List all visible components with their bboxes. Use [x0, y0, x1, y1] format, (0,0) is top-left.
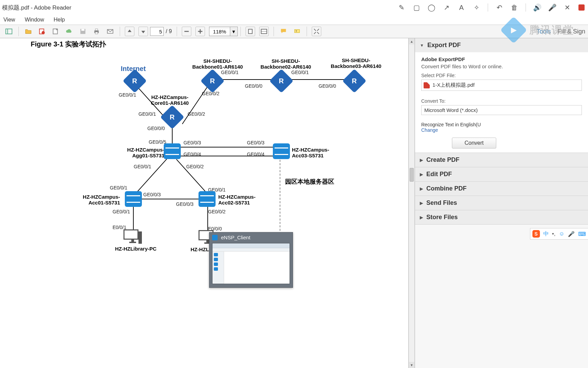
vertical-scrollbar[interactable]: ▲ ▼ — [409, 38, 415, 368]
page-number-input[interactable] — [150, 27, 164, 36]
menu-window[interactable]: Window — [25, 17, 44, 23]
email-button[interactable] — [105, 27, 115, 36]
store-files-header[interactable]: ▶Store Files — [415, 210, 588, 224]
zoom-in-button[interactable] — [195, 27, 205, 36]
separator — [177, 27, 177, 36]
zoom-out-button[interactable] — [182, 27, 191, 36]
edit-pdf-label: Edit PDF — [426, 171, 452, 178]
arrow-icon[interactable]: ↗ — [443, 4, 450, 11]
link — [180, 156, 273, 156]
label-agg: HZ-HZCampus- Agg01-S5731 — [117, 147, 164, 159]
menu-help[interactable]: Help — [54, 17, 65, 23]
selected-file-row[interactable]: 1-X上机模拟题.pdf — [421, 80, 582, 91]
send-files-header[interactable]: ▶Send Files — [415, 196, 588, 210]
port: GE0/0/1 — [110, 185, 127, 190]
square-icon[interactable]: ▢ — [413, 4, 420, 11]
circle-icon[interactable]: ◯ — [428, 4, 435, 11]
emoji-icon[interactable]: ☺ — [559, 231, 564, 237]
sogou-icon[interactable]: S — [532, 230, 540, 238]
create-pdf-button[interactable] — [37, 27, 47, 36]
tools-panel: ▼Export PDF Adobe ExportPDF Convert PDF … — [415, 38, 588, 368]
pdf-page[interactable]: Figure 3-1 实验考试拓扑 Internet SH-SHEDU- Bac… — [0, 38, 409, 368]
port: GE0/0/1 — [291, 70, 309, 75]
label-bb1: SH-SHEDU- Backbone01-AR6140 — [187, 58, 248, 70]
svg-point-3 — [42, 31, 45, 34]
page-up-button[interactable] — [125, 27, 134, 36]
wand-icon[interactable]: ✧ — [473, 4, 480, 11]
taskbar-preview[interactable]: eNSP_Client — [209, 232, 293, 288]
text-icon[interactable]: A — [458, 4, 465, 11]
print-button[interactable] — [92, 27, 101, 36]
open-button[interactable] — [24, 27, 33, 36]
save-button[interactable] — [78, 27, 88, 36]
mic-muted-icon[interactable]: 🎤 — [548, 4, 556, 11]
record-icon[interactable] — [578, 4, 585, 11]
svg-rect-14 — [248, 29, 252, 34]
combine-pdf-label: Combine PDF — [426, 185, 467, 192]
link — [142, 199, 200, 199]
menu-view[interactable]: View — [3, 17, 15, 23]
convert-to-select[interactable]: Microsoft Word (*.docx) — [421, 105, 582, 115]
convert-button[interactable]: Convert — [452, 138, 496, 148]
scroll-down-icon[interactable]: ▼ — [409, 362, 414, 368]
nav-pane-button[interactable] — [4, 27, 14, 36]
zoom-combo[interactable]: ▾ — [209, 27, 238, 36]
link — [207, 206, 208, 232]
ime-toolbar[interactable]: S 中 •, ☺ 🎤 ⌨ — [530, 228, 588, 240]
edit-pdf-header[interactable]: ▶Edit PDF — [415, 167, 588, 181]
change-link[interactable]: Change — [421, 127, 582, 133]
cloud-button[interactable] — [64, 27, 74, 36]
export-pdf-header[interactable]: ▼Export PDF — [415, 38, 588, 52]
link — [180, 147, 273, 147]
combine-pdf-header[interactable]: ▶Combine PDF — [415, 182, 588, 196]
label-bb3: SH-SHEDU- Backbone03-AR6140 — [325, 57, 387, 69]
fit-page-button[interactable] — [259, 27, 269, 36]
zoom-input[interactable] — [209, 29, 230, 34]
svg-rect-0 — [6, 29, 12, 34]
switch-acc1 — [125, 191, 142, 207]
scroll-up-icon[interactable]: ▲ — [409, 38, 414, 44]
keyboard-icon[interactable]: ⌨ — [578, 231, 586, 237]
scroll-thumb[interactable] — [410, 168, 414, 182]
create-pdf-header[interactable]: ▶Create PDF — [415, 153, 588, 167]
zoom-dropdown-icon[interactable]: ▾ — [230, 27, 237, 36]
trash-icon[interactable]: 🗑 — [511, 4, 518, 11]
port: GE0/0/1 — [134, 164, 151, 169]
comment-button[interactable] — [279, 27, 288, 36]
read-mode-button[interactable] — [312, 27, 321, 36]
undo-icon[interactable]: ↶ — [496, 4, 503, 11]
fit-width-button[interactable] — [246, 27, 255, 36]
watermark-text: 腾讯课堂 — [529, 23, 574, 37]
label-region: 园区本地服务器区 — [285, 178, 334, 186]
port: GE0/0/0 — [245, 83, 262, 89]
ime-lang[interactable]: 中 — [543, 230, 549, 238]
window-title: 模拟题.pdf - Adobe Reader — [0, 0, 71, 15]
router-bb3 — [342, 69, 367, 93]
port: GE0/0/5 — [149, 139, 166, 145]
switch-acc3 — [273, 143, 290, 159]
chevron-right-icon: ▶ — [420, 215, 423, 220]
mic-icon[interactable]: 🎤 — [568, 231, 575, 237]
svg-rect-8 — [95, 29, 98, 31]
pencil-icon[interactable]: ✎ — [398, 4, 405, 11]
export-pdf-section: ▼Export PDF Adobe ExportPDF Convert PDF … — [415, 38, 588, 153]
link — [133, 206, 134, 232]
page-down-button[interactable] — [138, 27, 148, 36]
ime-punct[interactable]: •, — [552, 231, 556, 237]
convert-to-value: Microsoft Word (*.docx) — [424, 107, 477, 113]
port: GE0/0/3 — [247, 140, 264, 145]
chevron-down-icon: ▼ — [420, 43, 424, 48]
svg-text:T: T — [295, 30, 297, 33]
separator — [488, 3, 488, 12]
speaker-icon[interactable]: 🔊 — [533, 4, 541, 11]
app-icon — [212, 235, 218, 240]
preview-thumbnail[interactable] — [212, 243, 290, 284]
switch-acc2 — [199, 191, 216, 207]
highlight-button[interactable]: T — [292, 27, 302, 36]
annotation-toolbar: ✎ ▢ ◯ ↗ A ✧ ↶ 🗑 🔊 🎤 ✕ — [394, 0, 588, 15]
export-button[interactable] — [51, 27, 60, 36]
chevron-right-icon: ▶ — [420, 186, 423, 191]
close-icon[interactable]: ✕ — [563, 4, 571, 11]
preview-header: eNSP_Client — [209, 232, 293, 242]
export-subtitle: Adobe ExportPDF — [421, 56, 582, 62]
